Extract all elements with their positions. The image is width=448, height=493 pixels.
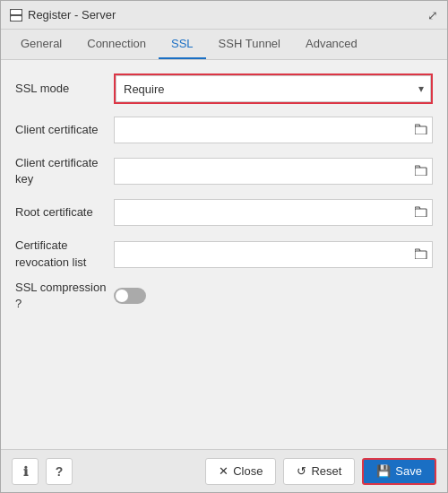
reset-button[interactable]: ↺ Reset bbox=[283, 458, 355, 485]
svg-rect-1 bbox=[11, 16, 22, 21]
root-cert-input[interactable] bbox=[114, 199, 433, 226]
ssl-mode-select[interactable]: Allow Disable Prefer Require Verify-CA V… bbox=[116, 75, 431, 102]
root-cert-row: Root certificate bbox=[15, 196, 433, 229]
client-cert-input[interactable] bbox=[114, 117, 433, 143]
ssl-mode-select-wrap: Allow Disable Prefer Require Verify-CA V… bbox=[114, 74, 433, 104]
close-label: Close bbox=[233, 464, 263, 478]
help-button[interactable]: ? bbox=[46, 458, 73, 485]
footer-right: ✕ Close ↺ Reset 💾 Save bbox=[205, 458, 436, 485]
info-button[interactable]: ℹ bbox=[12, 458, 39, 485]
tab-connection[interactable]: Connection bbox=[74, 30, 159, 59]
cert-revocation-wrap bbox=[114, 241, 433, 268]
save-label: Save bbox=[395, 464, 422, 478]
client-cert-key-row: Client certificate key bbox=[15, 155, 433, 187]
toggle-thumb bbox=[116, 290, 128, 302]
svg-rect-0 bbox=[11, 10, 22, 14]
client-cert-label: Client certificate bbox=[15, 122, 114, 138]
tab-ssh-tunnel[interactable]: SSH Tunnel bbox=[206, 30, 293, 59]
client-cert-key-input[interactable] bbox=[114, 158, 433, 185]
client-cert-row: Client certificate bbox=[15, 114, 433, 146]
help-icon: ? bbox=[56, 464, 64, 479]
ssl-mode-row: SSL mode Allow Disable Prefer Require Ve… bbox=[15, 73, 433, 105]
ssl-mode-label: SSL mode bbox=[15, 81, 114, 97]
root-cert-label: Root certificate bbox=[15, 204, 114, 221]
client-cert-key-wrap bbox=[114, 158, 433, 185]
expand-icon[interactable]: ⤢ bbox=[427, 8, 438, 22]
title-bar-left: Register - Server bbox=[10, 8, 116, 22]
tab-advanced[interactable]: Advanced bbox=[293, 30, 370, 59]
ssl-compression-toggle-wrap bbox=[114, 288, 146, 304]
client-cert-key-label: Client certificate key bbox=[15, 155, 114, 187]
root-cert-wrap bbox=[114, 199, 433, 226]
form-content: SSL mode Allow Disable Prefer Require Ve… bbox=[1, 60, 447, 449]
window: Register - Server ⤢ General Connection S… bbox=[0, 0, 448, 493]
footer-left: ℹ ? bbox=[12, 458, 73, 485]
ssl-compression-toggle[interactable] bbox=[114, 288, 146, 304]
reset-icon: ↺ bbox=[297, 464, 306, 478]
window-title: Register - Server bbox=[28, 8, 116, 22]
client-cert-wrap bbox=[114, 117, 433, 143]
cert-revocation-row: Certificate revocation list bbox=[15, 238, 433, 270]
close-button[interactable]: ✕ Close bbox=[205, 458, 276, 485]
footer: ℹ ? ✕ Close ↺ Reset 💾 Save bbox=[1, 449, 447, 492]
save-button[interactable]: 💾 Save bbox=[362, 458, 436, 485]
tab-general[interactable]: General bbox=[8, 30, 74, 59]
info-icon: ℹ bbox=[23, 464, 28, 479]
save-icon: 💾 bbox=[376, 464, 391, 478]
close-icon: ✕ bbox=[219, 464, 228, 478]
tab-ssl[interactable]: SSL bbox=[159, 30, 206, 59]
reset-label: Reset bbox=[311, 464, 341, 478]
server-icon bbox=[10, 9, 22, 22]
ssl-compression-label: SSL compression ? bbox=[15, 280, 114, 312]
cert-revocation-input[interactable] bbox=[114, 241, 433, 268]
cert-revocation-label: Certificate revocation list bbox=[15, 238, 114, 270]
title-bar: Register - Server ⤢ bbox=[1, 1, 447, 30]
ssl-compression-row: SSL compression ? bbox=[15, 280, 433, 312]
tab-bar: General Connection SSL SSH Tunnel Advanc… bbox=[1, 30, 447, 60]
